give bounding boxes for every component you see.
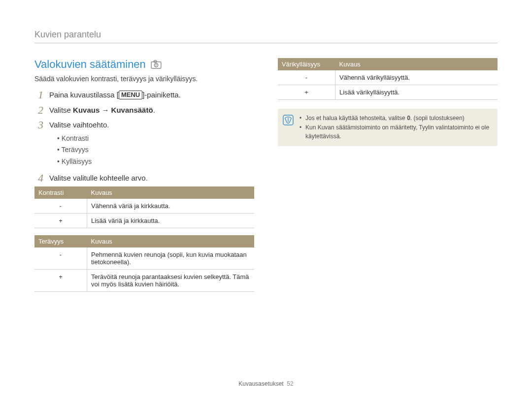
sharpness-table: Terävyys Kuvaus - Pehmennä kuvien reunoj… (34, 235, 254, 292)
table-header: Kuvaus (87, 186, 255, 199)
table-row: - Vähennä värikylläisyyttä. (278, 70, 498, 85)
bullet-item: Terävyys (57, 144, 254, 156)
content-columns: Valokuvien säätäminen P Säädä valokuvien… (34, 58, 498, 299)
step-number: 4 (34, 173, 43, 184)
table-header-row: Värikylläisyys Kuvaus (278, 58, 498, 70)
table-header: Terävyys (34, 235, 87, 247)
table-header: Kuvaus (335, 58, 498, 70)
step-text: Valitse vaihtoehto. (49, 120, 109, 131)
page-footer: Kuvausasetukset 52 (0, 380, 532, 387)
contrast-table: Kontrasti Kuvaus - Vähennä väriä ja kirk… (34, 186, 254, 228)
note-box: Jos et halua käyttää tehosteita, valitse… (278, 109, 498, 146)
table-row: - Pehmennä kuvien reunoja (sopii, kun ku… (34, 247, 254, 270)
section-header: Kuvien parantelu (34, 30, 498, 43)
table-cell-desc: Vähennä värikylläisyyttä. (335, 70, 498, 85)
table-header: Värikylläisyys (278, 58, 335, 70)
step-number: 2 (34, 105, 43, 116)
table-header-row: Kontrasti Kuvaus (34, 186, 254, 199)
step-number: 1 (34, 90, 43, 100)
step2-bold: Kuvaus → Kuvansäätö (73, 106, 153, 114)
menu-button-label: MENU (119, 91, 142, 99)
table-cell-desc: Pehmennä kuvien reunoja (sopii, kun kuvi… (87, 247, 255, 270)
table-header-row: Terävyys Kuvaus (34, 235, 254, 247)
table-row: + Lisää värikylläisyyttä. (278, 85, 498, 100)
step-2: 2 Valitse Kuvaus → Kuvansäätö. (34, 105, 254, 116)
table-row: - Vähennä väriä ja kirkkautta. (34, 199, 254, 214)
right-column: Värikylläisyys Kuvaus - Vähennä värikyll… (278, 58, 498, 299)
bullet-item: Kylläisyys (57, 156, 254, 168)
heading-row: Valokuvien säätäminen P (34, 58, 254, 71)
step-text: Valitse Kuvaus → Kuvansäätö. (49, 105, 155, 116)
footer-label: Kuvausasetukset (238, 380, 283, 387)
note-pre: Jos et halua käyttää tehosteita, valitse (305, 115, 407, 122)
table-row: + Terävöitä reunoja parantaaksesi kuvien… (34, 270, 254, 292)
left-column: Valokuvien säätäminen P Säädä valokuvien… (34, 58, 254, 299)
document-page: Kuvien parantelu Valokuvien säätäminen P… (0, 0, 532, 401)
step-4: 4 Valitse valitulle kohteelle arvo. (34, 173, 254, 184)
step-text: Paina kuvaustilassa [MENU]-painiketta. (49, 90, 181, 101)
note-post: . (sopii tulostukseen) (410, 115, 465, 122)
svg-rect-1 (154, 61, 156, 62)
table-cell-desc: Lisää värikylläisyyttä. (335, 85, 498, 100)
step-number: 3 (34, 120, 43, 130)
note-list: Jos et halua käyttää tehosteita, valitse… (299, 114, 491, 141)
step2-pre: Valitse (49, 106, 73, 114)
table-cell-symbol: + (278, 85, 335, 100)
table-cell-symbol: - (278, 70, 335, 85)
table-row: + Lisää väriä ja kirkkautta. (34, 214, 254, 228)
note-item: Kun Kuvan säätämistoiminto on määritetty… (299, 123, 491, 141)
table-header: Kontrasti (34, 186, 87, 199)
page-number: 52 (287, 380, 293, 387)
note-icon (283, 115, 294, 125)
step-3: 3 Valitse vaihtoehto. (34, 120, 254, 131)
table-cell-symbol: + (34, 214, 87, 228)
page-heading: Valokuvien säätäminen (34, 58, 146, 71)
svg-text:P: P (155, 63, 157, 67)
table-cell-symbol: - (34, 199, 87, 214)
table-cell-symbol: + (34, 270, 87, 292)
step-text: Valitse valitulle kohteelle arvo. (49, 173, 148, 184)
saturation-table: Värikylläisyys Kuvaus - Vähennä värikyll… (278, 58, 498, 100)
step2-post: . (153, 106, 155, 114)
table-header: Kuvaus (87, 235, 255, 247)
step-1: 1 Paina kuvaustilassa [MENU]-painiketta. (34, 90, 254, 101)
table-cell-desc: Vähennä väriä ja kirkkautta. (87, 199, 255, 214)
table-cell-desc: Terävöitä reunoja parantaaksesi kuvien s… (87, 270, 255, 292)
bullet-item: Kontrasti (57, 133, 254, 145)
step1-pre: Paina kuvaustilassa [ (49, 91, 119, 99)
camera-p-icon: P (151, 60, 162, 69)
step1-post: ]-painiketta. (142, 91, 181, 99)
note-item: Jos et halua käyttää tehosteita, valitse… (299, 114, 491, 123)
option-bullets: Kontrasti Terävyys Kylläisyys (57, 133, 254, 168)
intro-text: Säädä valokuvien kontrasti, terävyys ja … (34, 75, 254, 83)
table-cell-symbol: - (34, 247, 87, 270)
note-bold: 0 (407, 115, 410, 122)
table-cell-desc: Lisää väriä ja kirkkautta. (87, 214, 255, 228)
